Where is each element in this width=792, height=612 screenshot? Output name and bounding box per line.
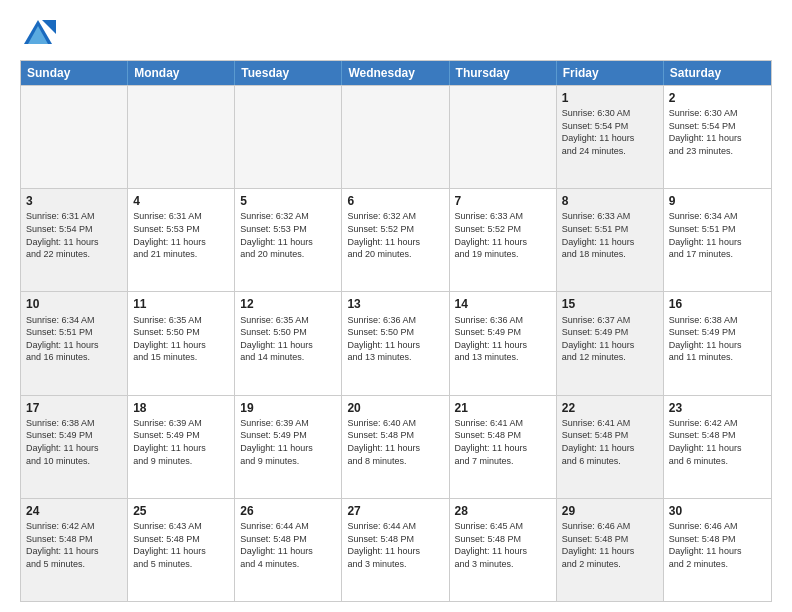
day-info: Sunrise: 6:41 AM Sunset: 5:48 PM Dayligh…	[455, 417, 551, 467]
calendar-day-30: 30Sunrise: 6:46 AM Sunset: 5:48 PM Dayli…	[664, 499, 771, 601]
calendar-empty-cell	[21, 86, 128, 188]
calendar-day-2: 2Sunrise: 6:30 AM Sunset: 5:54 PM Daylig…	[664, 86, 771, 188]
day-info: Sunrise: 6:43 AM Sunset: 5:48 PM Dayligh…	[133, 520, 229, 570]
day-number: 9	[669, 193, 766, 209]
calendar-day-16: 16Sunrise: 6:38 AM Sunset: 5:49 PM Dayli…	[664, 292, 771, 394]
day-info: Sunrise: 6:37 AM Sunset: 5:49 PM Dayligh…	[562, 314, 658, 364]
calendar-day-27: 27Sunrise: 6:44 AM Sunset: 5:48 PM Dayli…	[342, 499, 449, 601]
weekday-header-saturday: Saturday	[664, 61, 771, 85]
day-info: Sunrise: 6:39 AM Sunset: 5:49 PM Dayligh…	[133, 417, 229, 467]
weekday-header-sunday: Sunday	[21, 61, 128, 85]
calendar-header: SundayMondayTuesdayWednesdayThursdayFrid…	[21, 61, 771, 85]
day-info: Sunrise: 6:46 AM Sunset: 5:48 PM Dayligh…	[562, 520, 658, 570]
day-number: 4	[133, 193, 229, 209]
calendar-empty-cell	[128, 86, 235, 188]
calendar-day-6: 6Sunrise: 6:32 AM Sunset: 5:52 PM Daylig…	[342, 189, 449, 291]
day-info: Sunrise: 6:31 AM Sunset: 5:54 PM Dayligh…	[26, 210, 122, 260]
calendar-day-20: 20Sunrise: 6:40 AM Sunset: 5:48 PM Dayli…	[342, 396, 449, 498]
day-info: Sunrise: 6:33 AM Sunset: 5:51 PM Dayligh…	[562, 210, 658, 260]
calendar-day-21: 21Sunrise: 6:41 AM Sunset: 5:48 PM Dayli…	[450, 396, 557, 498]
day-info: Sunrise: 6:36 AM Sunset: 5:50 PM Dayligh…	[347, 314, 443, 364]
day-number: 7	[455, 193, 551, 209]
calendar-day-11: 11Sunrise: 6:35 AM Sunset: 5:50 PM Dayli…	[128, 292, 235, 394]
logo-icon	[20, 16, 56, 52]
calendar-day-18: 18Sunrise: 6:39 AM Sunset: 5:49 PM Dayli…	[128, 396, 235, 498]
day-number: 29	[562, 503, 658, 519]
day-number: 22	[562, 400, 658, 416]
day-number: 12	[240, 296, 336, 312]
calendar-day-9: 9Sunrise: 6:34 AM Sunset: 5:51 PM Daylig…	[664, 189, 771, 291]
day-number: 16	[669, 296, 766, 312]
day-number: 27	[347, 503, 443, 519]
calendar-day-13: 13Sunrise: 6:36 AM Sunset: 5:50 PM Dayli…	[342, 292, 449, 394]
day-info: Sunrise: 6:44 AM Sunset: 5:48 PM Dayligh…	[240, 520, 336, 570]
day-info: Sunrise: 6:35 AM Sunset: 5:50 PM Dayligh…	[240, 314, 336, 364]
calendar-row-2: 10Sunrise: 6:34 AM Sunset: 5:51 PM Dayli…	[21, 291, 771, 394]
calendar-empty-cell	[235, 86, 342, 188]
calendar-row-4: 24Sunrise: 6:42 AM Sunset: 5:48 PM Dayli…	[21, 498, 771, 601]
day-number: 21	[455, 400, 551, 416]
calendar-day-15: 15Sunrise: 6:37 AM Sunset: 5:49 PM Dayli…	[557, 292, 664, 394]
calendar-row-3: 17Sunrise: 6:38 AM Sunset: 5:49 PM Dayli…	[21, 395, 771, 498]
day-number: 5	[240, 193, 336, 209]
day-info: Sunrise: 6:44 AM Sunset: 5:48 PM Dayligh…	[347, 520, 443, 570]
day-number: 28	[455, 503, 551, 519]
calendar-empty-cell	[342, 86, 449, 188]
day-info: Sunrise: 6:35 AM Sunset: 5:50 PM Dayligh…	[133, 314, 229, 364]
day-info: Sunrise: 6:45 AM Sunset: 5:48 PM Dayligh…	[455, 520, 551, 570]
day-number: 13	[347, 296, 443, 312]
weekday-header-thursday: Thursday	[450, 61, 557, 85]
day-number: 14	[455, 296, 551, 312]
day-number: 18	[133, 400, 229, 416]
calendar-day-28: 28Sunrise: 6:45 AM Sunset: 5:48 PM Dayli…	[450, 499, 557, 601]
calendar-day-8: 8Sunrise: 6:33 AM Sunset: 5:51 PM Daylig…	[557, 189, 664, 291]
day-info: Sunrise: 6:33 AM Sunset: 5:52 PM Dayligh…	[455, 210, 551, 260]
header	[20, 16, 772, 52]
day-info: Sunrise: 6:30 AM Sunset: 5:54 PM Dayligh…	[669, 107, 766, 157]
calendar-day-5: 5Sunrise: 6:32 AM Sunset: 5:53 PM Daylig…	[235, 189, 342, 291]
day-info: Sunrise: 6:31 AM Sunset: 5:53 PM Dayligh…	[133, 210, 229, 260]
calendar-day-12: 12Sunrise: 6:35 AM Sunset: 5:50 PM Dayli…	[235, 292, 342, 394]
calendar-day-4: 4Sunrise: 6:31 AM Sunset: 5:53 PM Daylig…	[128, 189, 235, 291]
calendar-day-7: 7Sunrise: 6:33 AM Sunset: 5:52 PM Daylig…	[450, 189, 557, 291]
calendar-body: 1Sunrise: 6:30 AM Sunset: 5:54 PM Daylig…	[21, 85, 771, 601]
day-info: Sunrise: 6:40 AM Sunset: 5:48 PM Dayligh…	[347, 417, 443, 467]
calendar-day-3: 3Sunrise: 6:31 AM Sunset: 5:54 PM Daylig…	[21, 189, 128, 291]
calendar: SundayMondayTuesdayWednesdayThursdayFrid…	[20, 60, 772, 602]
day-number: 10	[26, 296, 122, 312]
logo	[20, 16, 60, 52]
day-info: Sunrise: 6:41 AM Sunset: 5:48 PM Dayligh…	[562, 417, 658, 467]
day-number: 1	[562, 90, 658, 106]
day-number: 20	[347, 400, 443, 416]
day-info: Sunrise: 6:42 AM Sunset: 5:48 PM Dayligh…	[26, 520, 122, 570]
calendar-day-29: 29Sunrise: 6:46 AM Sunset: 5:48 PM Dayli…	[557, 499, 664, 601]
calendar-day-19: 19Sunrise: 6:39 AM Sunset: 5:49 PM Dayli…	[235, 396, 342, 498]
calendar-day-23: 23Sunrise: 6:42 AM Sunset: 5:48 PM Dayli…	[664, 396, 771, 498]
day-info: Sunrise: 6:38 AM Sunset: 5:49 PM Dayligh…	[669, 314, 766, 364]
calendar-day-22: 22Sunrise: 6:41 AM Sunset: 5:48 PM Dayli…	[557, 396, 664, 498]
day-info: Sunrise: 6:38 AM Sunset: 5:49 PM Dayligh…	[26, 417, 122, 467]
calendar-day-24: 24Sunrise: 6:42 AM Sunset: 5:48 PM Dayli…	[21, 499, 128, 601]
calendar-day-26: 26Sunrise: 6:44 AM Sunset: 5:48 PM Dayli…	[235, 499, 342, 601]
day-number: 2	[669, 90, 766, 106]
day-info: Sunrise: 6:36 AM Sunset: 5:49 PM Dayligh…	[455, 314, 551, 364]
weekday-header-tuesday: Tuesday	[235, 61, 342, 85]
day-number: 25	[133, 503, 229, 519]
weekday-header-monday: Monday	[128, 61, 235, 85]
day-number: 15	[562, 296, 658, 312]
page: SundayMondayTuesdayWednesdayThursdayFrid…	[0, 0, 792, 612]
day-number: 17	[26, 400, 122, 416]
day-info: Sunrise: 6:32 AM Sunset: 5:52 PM Dayligh…	[347, 210, 443, 260]
calendar-day-14: 14Sunrise: 6:36 AM Sunset: 5:49 PM Dayli…	[450, 292, 557, 394]
day-number: 3	[26, 193, 122, 209]
weekday-header-wednesday: Wednesday	[342, 61, 449, 85]
day-info: Sunrise: 6:30 AM Sunset: 5:54 PM Dayligh…	[562, 107, 658, 157]
calendar-day-10: 10Sunrise: 6:34 AM Sunset: 5:51 PM Dayli…	[21, 292, 128, 394]
day-number: 11	[133, 296, 229, 312]
day-number: 19	[240, 400, 336, 416]
weekday-header-friday: Friday	[557, 61, 664, 85]
day-info: Sunrise: 6:46 AM Sunset: 5:48 PM Dayligh…	[669, 520, 766, 570]
calendar-empty-cell	[450, 86, 557, 188]
day-info: Sunrise: 6:42 AM Sunset: 5:48 PM Dayligh…	[669, 417, 766, 467]
day-info: Sunrise: 6:39 AM Sunset: 5:49 PM Dayligh…	[240, 417, 336, 467]
